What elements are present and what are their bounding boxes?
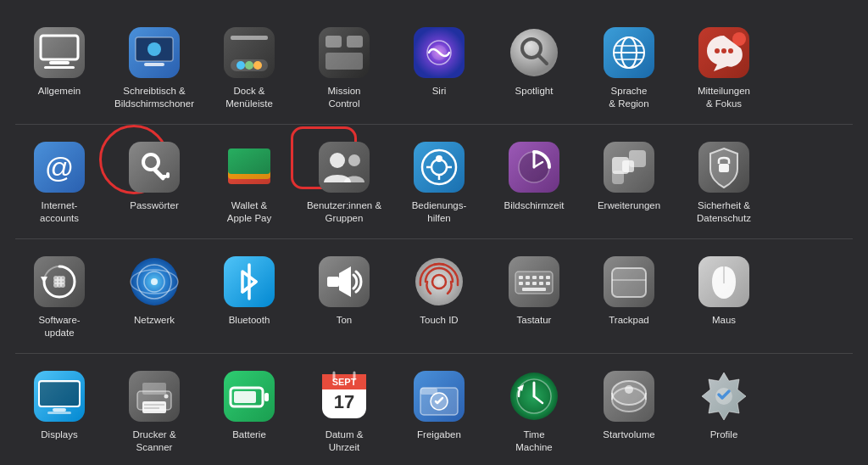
svg-rect-121: [234, 391, 256, 403]
svg-rect-98: [539, 282, 543, 285]
svg-rect-41: [161, 175, 167, 178]
svg-point-76: [60, 283, 65, 288]
profile-label: Profile: [710, 429, 738, 441]
grid-item-allgemein[interactable]: Allgemein: [12, 19, 107, 103]
grid-item-siri[interactable]: Siri: [392, 19, 487, 103]
grid-item-passwoerter[interactable]: Passwörter: [107, 133, 202, 217]
maus-label: Maus: [712, 314, 736, 327]
svg-rect-92: [532, 276, 537, 279]
grid-item-ton[interactable]: Ton: [297, 248, 392, 332]
ton-label: Ton: [337, 314, 353, 327]
mission-label: MissionControl: [328, 85, 361, 110]
timemachine-label: TimeMachine: [515, 429, 552, 454]
svg-point-13: [245, 61, 253, 70]
svg-text:SEPT: SEPT: [332, 377, 357, 387]
schreibtisch-label: Schreibtisch &Bildschirmschoner: [114, 85, 194, 110]
sicherheit-icon: [698, 142, 749, 193]
grid-item-softwareupdate[interactable]: Software-update: [12, 248, 107, 345]
datum-icon-wrap: SEPT 17: [317, 369, 371, 423]
maus-icon: [698, 256, 749, 307]
maus-icon-wrap: [697, 255, 751, 309]
sicherheit-label: Sicherheit &Datenschutz: [697, 199, 751, 225]
batterie-icon: [224, 371, 275, 422]
bildschirm-icon-wrap: [507, 140, 561, 194]
mission-icon: [319, 27, 370, 78]
svg-rect-120: [264, 393, 269, 401]
sprache-icon: [604, 27, 654, 78]
bildschirm-label: Bildschirmzeit: [504, 199, 565, 212]
touchid-icon: [414, 256, 465, 307]
svg-rect-16: [326, 36, 342, 48]
grid-item-bildschirm[interactable]: Bildschirmzeit: [487, 133, 581, 217]
datum-icon: SEPT 17: [319, 371, 370, 422]
internet-label: Internet-accounts: [40, 199, 79, 225]
svg-rect-99: [546, 282, 550, 285]
grid-item-trackpad[interactable]: Trackpad: [581, 248, 676, 332]
svg-point-35: [728, 48, 733, 53]
row-1: Allgemein Schreibtisch &Bildschirmschone…: [7, 10, 861, 124]
grid-item-mission[interactable]: MissionControl: [297, 19, 392, 115]
grid-item-drucker[interactable]: Drucker &Scanner: [107, 362, 202, 459]
grid-item-profile[interactable]: Profile: [676, 362, 771, 446]
grid-item-benutzer[interactable]: Benutzer:innen &Gruppen: [297, 133, 392, 230]
svg-point-14: [253, 61, 262, 70]
benutzer-icon: [319, 142, 370, 193]
tastatur-icon-wrap: [507, 255, 561, 309]
grid-item-displays[interactable]: Displays: [12, 362, 107, 446]
grid-item-touchid[interactable]: Touch ID: [392, 248, 487, 332]
grid-item-spotlight[interactable]: Spotlight: [487, 19, 581, 103]
grid-item-freigaben[interactable]: Freigaben: [392, 362, 487, 446]
passwoerter-label: Passwörter: [130, 199, 179, 212]
grid-item-startvolume[interactable]: Startvolume: [581, 362, 676, 446]
bildschirm-icon: [509, 142, 559, 193]
svg-rect-90: [519, 276, 523, 279]
svg-rect-8: [144, 63, 164, 66]
svg-text:17: 17: [334, 391, 354, 412]
svg-rect-42: [166, 172, 170, 178]
grid-item-batterie[interactable]: Batterie: [202, 362, 297, 446]
svg-rect-2: [49, 61, 70, 64]
grid-item-erweiterungen[interactable]: Erweiterungen: [581, 133, 676, 217]
grid-item-mitteilungen[interactable]: Mitteilungen& Fokus: [676, 19, 771, 115]
grid-item-sicherheit[interactable]: Sicherheit &Datenschutz: [676, 133, 771, 230]
batterie-label: Batterie: [232, 429, 266, 441]
grid-item-datum[interactable]: SEPT 17 Datum &Uhrzeit: [297, 362, 392, 459]
grid-item-bluetooth[interactable]: Bluetooth: [202, 248, 297, 332]
grid-item-wallet[interactable]: Wallet &Apple Pay: [202, 133, 297, 230]
startvolume-icon-wrap: [602, 369, 656, 423]
netzwerk-label: Netzwerk: [134, 314, 175, 327]
sprache-label: Sprache& Region: [609, 85, 648, 110]
grid-item-tastatur[interactable]: Tastatur: [487, 248, 581, 332]
freigaben-icon-wrap: [412, 369, 466, 423]
grid-item-internet[interactable]: @ Internet-accounts: [12, 133, 107, 230]
grid-item-schreibtisch[interactable]: Schreibtisch &Bildschirmschoner: [107, 19, 202, 115]
erweiterungen-label: Erweiterungen: [598, 199, 660, 212]
grid-item-netzwerk[interactable]: Netzwerk: [107, 248, 202, 332]
svg-rect-18: [326, 53, 363, 70]
drucker-icon: [129, 371, 180, 422]
svg-point-47: [330, 153, 345, 168]
grid-item-timemachine[interactable]: TimeMachine: [487, 362, 581, 459]
svg-point-34: [721, 48, 726, 53]
softwareupdate-icon-wrap: [32, 255, 86, 309]
softwareupdate-icon: [34, 256, 85, 307]
svg-rect-64: [719, 164, 729, 172]
wallet-icon-wrap: [222, 140, 276, 194]
grid-item-dock[interactable]: Dock &Menüleiste: [202, 19, 297, 115]
svg-rect-91: [526, 276, 530, 279]
grid-item-maus[interactable]: Maus: [676, 248, 771, 332]
svg-point-22: [510, 29, 558, 76]
mitteilungen-icon: [698, 27, 749, 78]
siri-icon: [414, 27, 465, 78]
grid-item-bedienung[interactable]: Bedienungs-hilfen: [392, 133, 487, 230]
svg-point-144: [625, 385, 633, 394]
grid-item-sprache[interactable]: Sprache& Region: [581, 19, 676, 115]
bluetooth-icon: [224, 256, 275, 307]
netzwerk-icon-wrap: [127, 255, 181, 309]
startvolume-label: Startvolume: [603, 429, 654, 441]
svg-point-80: [151, 278, 158, 285]
tastatur-icon: [509, 256, 559, 307]
svg-rect-45: [228, 148, 270, 174]
siri-label: Siri: [432, 85, 447, 98]
batterie-icon-wrap: [222, 369, 276, 423]
